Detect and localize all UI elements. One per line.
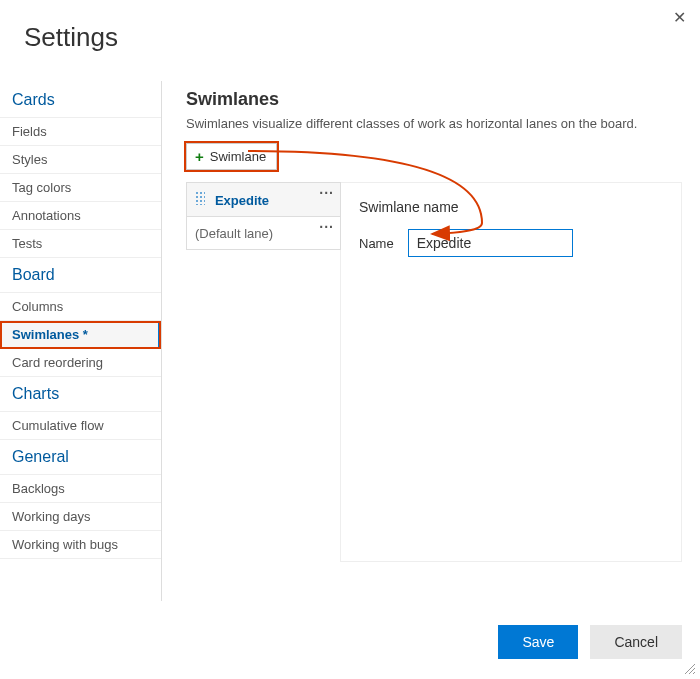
nav-section-board: Board	[0, 258, 161, 293]
nav-item-tests[interactable]: Tests	[0, 230, 161, 258]
nav-section-general: General	[0, 440, 161, 475]
nav-item-backlogs[interactable]: Backlogs	[0, 475, 161, 503]
more-menu-button[interactable]: ···	[319, 219, 334, 235]
name-label: Name	[359, 236, 394, 251]
nav-section-cards: Cards	[0, 83, 161, 118]
add-swimlane-button[interactable]: + Swimlane	[186, 143, 277, 170]
lanes-panel: Expedite ··· (Default lane) ··· Swimlane…	[186, 182, 682, 562]
nav-item-annotations[interactable]: Annotations	[0, 202, 161, 230]
svg-line-3	[693, 672, 695, 674]
plus-icon: +	[195, 148, 204, 165]
nav-item-working-days[interactable]: Working days	[0, 503, 161, 531]
swimlane-name-input[interactable]	[408, 229, 573, 257]
nav-item-tag-colors[interactable]: Tag colors	[0, 174, 161, 202]
save-button[interactable]: Save	[498, 625, 578, 659]
page-title: Settings	[0, 0, 700, 81]
content-description: Swimlanes visualize different classes of…	[186, 116, 682, 131]
lane-item-expedite[interactable]: Expedite ···	[186, 182, 341, 217]
name-field-row: Name	[359, 229, 663, 257]
lane-item-default[interactable]: (Default lane) ···	[186, 217, 341, 250]
main-layout: Cards Fields Styles Tag colors Annotatio…	[0, 81, 700, 601]
add-swimlane-label: Swimlane	[210, 149, 266, 164]
content-heading: Swimlanes	[186, 89, 682, 110]
resize-grip-icon[interactable]	[682, 661, 696, 675]
lane-name: (Default lane)	[195, 226, 273, 241]
dialog-footer: Save Cancel	[498, 625, 682, 659]
lane-list: Expedite ··· (Default lane) ···	[186, 182, 341, 562]
content-panel: Swimlanes Swimlanes visualize different …	[162, 81, 700, 601]
nav-item-columns[interactable]: Columns	[0, 293, 161, 321]
close-button[interactable]: ✕	[673, 8, 686, 27]
drag-handle-icon[interactable]	[195, 191, 205, 205]
nav-item-fields[interactable]: Fields	[0, 118, 161, 146]
lane-detail-panel: Swimlane name Name	[340, 182, 682, 562]
nav-item-working-with-bugs[interactable]: Working with bugs	[0, 531, 161, 559]
nav-section-charts: Charts	[0, 377, 161, 412]
lane-name: Expedite	[215, 193, 269, 208]
nav-item-cumulative-flow[interactable]: Cumulative flow	[0, 412, 161, 440]
nav-item-swimlanes[interactable]: Swimlanes *	[0, 321, 161, 349]
cancel-button[interactable]: Cancel	[590, 625, 682, 659]
detail-heading: Swimlane name	[359, 199, 663, 215]
more-menu-button[interactable]: ···	[319, 185, 334, 201]
sidebar: Cards Fields Styles Tag colors Annotatio…	[0, 81, 162, 601]
nav-item-card-reordering[interactable]: Card reordering	[0, 349, 161, 377]
nav-item-styles[interactable]: Styles	[0, 146, 161, 174]
